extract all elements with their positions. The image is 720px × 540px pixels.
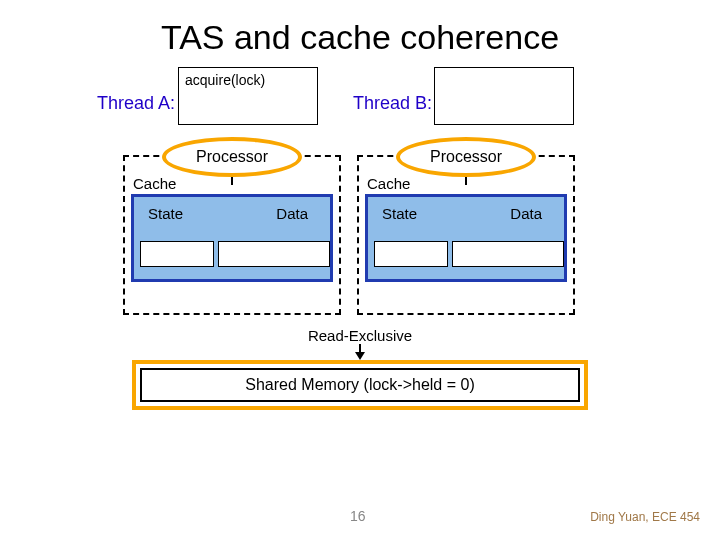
threads-row: Thread A: acquire(lock) Thread B: xyxy=(0,65,720,135)
data-a-cell xyxy=(218,241,330,267)
thread-a-code: acquire(lock) xyxy=(185,72,265,88)
thread-b-label: Thread B: xyxy=(353,93,432,114)
state-b-label: State xyxy=(382,205,417,222)
data-a-label: Data xyxy=(276,205,308,222)
state-a-label: State xyxy=(148,205,183,222)
memory-box-outer: Shared Memory (lock->held = 0) xyxy=(132,360,588,410)
processor-a-oval: Processor xyxy=(162,137,302,177)
processor-b-oval: Processor xyxy=(396,137,536,177)
memory-box-inner: Shared Memory (lock->held = 0) xyxy=(140,368,580,402)
footer-credit: Ding Yuan, ECE 454 xyxy=(590,510,700,524)
down-arrow-icon xyxy=(359,344,361,358)
page-number: 16 xyxy=(350,508,366,524)
state-b-cell xyxy=(374,241,448,267)
read-exclusive-label: Read-Exclusive xyxy=(0,327,720,344)
cpu-a-block: Processor Cache State Data xyxy=(123,155,341,315)
state-a-cell xyxy=(140,241,214,267)
data-b-cell xyxy=(452,241,564,267)
slide-title: TAS and cache coherence xyxy=(0,0,720,65)
thread-a-codebox: acquire(lock) xyxy=(178,67,318,125)
cache-b-box: State Data xyxy=(365,194,567,282)
thread-a-label: Thread A: xyxy=(97,93,175,114)
thread-b-codebox xyxy=(434,67,574,125)
cpu-b-block: Processor Cache State Data xyxy=(357,155,575,315)
cache-a-box: State Data xyxy=(131,194,333,282)
data-b-label: Data xyxy=(510,205,542,222)
cpus-row: Processor Cache State Data Processor Cac… xyxy=(0,135,720,325)
